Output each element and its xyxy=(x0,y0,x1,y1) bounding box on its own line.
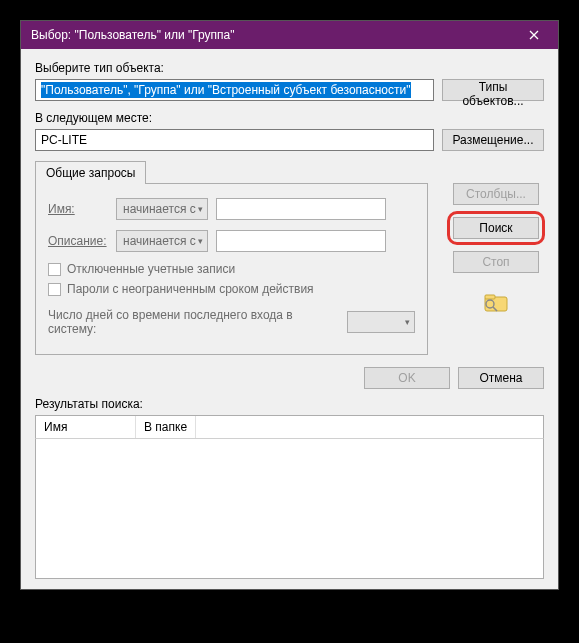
tab-common-queries[interactable]: Общие запросы xyxy=(35,161,146,184)
side-buttons: Столбцы... Поиск Стоп xyxy=(448,161,544,355)
description-label: Описание: xyxy=(48,234,108,248)
description-input[interactable] xyxy=(216,230,386,252)
location-row: PC-LITE Размещение... xyxy=(35,129,544,151)
tab-body: Имя: начинается с ▾ Описание: начинается… xyxy=(35,183,428,355)
close-icon xyxy=(529,30,539,40)
location-label: В следующем месте: xyxy=(35,111,544,125)
location-field[interactable]: PC-LITE xyxy=(35,129,434,151)
object-type-row: "Пользователь", "Группа" или "Встроенный… xyxy=(35,79,544,101)
name-row: Имя: начинается с ▾ xyxy=(48,198,415,220)
chevron-down-icon: ▾ xyxy=(198,204,203,214)
stop-button[interactable]: Стоп xyxy=(453,251,539,273)
close-button[interactable] xyxy=(514,24,554,46)
locations-button[interactable]: Размещение... xyxy=(442,129,544,151)
name-label: Имя: xyxy=(48,202,108,216)
dialog-window: Выбор: "Пользователь" или "Группа" Выбер… xyxy=(20,20,559,590)
results-header: Имя В папке xyxy=(35,415,544,439)
description-row: Описание: начинается с ▾ xyxy=(48,230,415,252)
search-button[interactable]: Поиск xyxy=(453,217,539,239)
name-match-combo[interactable]: начинается с ▾ xyxy=(116,198,208,220)
dialog-content: Выберите тип объекта: "Пользователь", "Г… xyxy=(21,49,558,589)
disabled-accounts-label: Отключенные учетные записи xyxy=(67,262,235,276)
column-folder[interactable]: В папке xyxy=(136,416,196,438)
directory-icon xyxy=(479,289,513,318)
chevron-down-icon: ▾ xyxy=(198,236,203,246)
columns-button[interactable]: Столбцы... xyxy=(453,183,539,205)
column-name[interactable]: Имя xyxy=(36,416,136,438)
days-label: Число дней со времени последнего входа в… xyxy=(48,308,337,336)
results-list[interactable] xyxy=(35,439,544,579)
disabled-accounts-checkbox[interactable] xyxy=(48,263,61,276)
cancel-button[interactable]: Отмена xyxy=(458,367,544,389)
tabs-area: Общие запросы Имя: начинается с ▾ Описан… xyxy=(35,161,428,355)
nonexpiring-checkbox[interactable] xyxy=(48,283,61,296)
nonexpiring-label: Пароли с неограниченным сроком действия xyxy=(67,282,314,296)
main-area: Общие запросы Имя: начинается с ▾ Описан… xyxy=(35,161,544,355)
results-label: Результаты поиска: xyxy=(35,397,544,411)
titlebar: Выбор: "Пользователь" или "Группа" xyxy=(21,21,558,49)
description-match-combo[interactable]: начинается с ▾ xyxy=(116,230,208,252)
bottom-buttons: OK Отмена xyxy=(35,367,544,389)
object-types-button[interactable]: Типы объектов... xyxy=(442,79,544,101)
nonexpiring-row: Пароли с неограниченным сроком действия xyxy=(48,282,415,296)
tab-strip: Общие запросы xyxy=(35,161,428,184)
days-combo[interactable]: ▾ xyxy=(347,311,415,333)
object-type-field[interactable]: "Пользователь", "Группа" или "Встроенный… xyxy=(35,79,434,101)
svg-rect-1 xyxy=(485,295,495,299)
ok-button[interactable]: OK xyxy=(364,367,450,389)
name-input[interactable] xyxy=(216,198,386,220)
window-title: Выбор: "Пользователь" или "Группа" xyxy=(31,28,514,42)
object-type-label: Выберите тип объекта: xyxy=(35,61,544,75)
search-highlight: Поиск xyxy=(447,211,545,245)
days-row: Число дней со времени последнего входа в… xyxy=(48,308,415,336)
disabled-accounts-row: Отключенные учетные записи xyxy=(48,262,415,276)
chevron-down-icon: ▾ xyxy=(405,317,410,327)
